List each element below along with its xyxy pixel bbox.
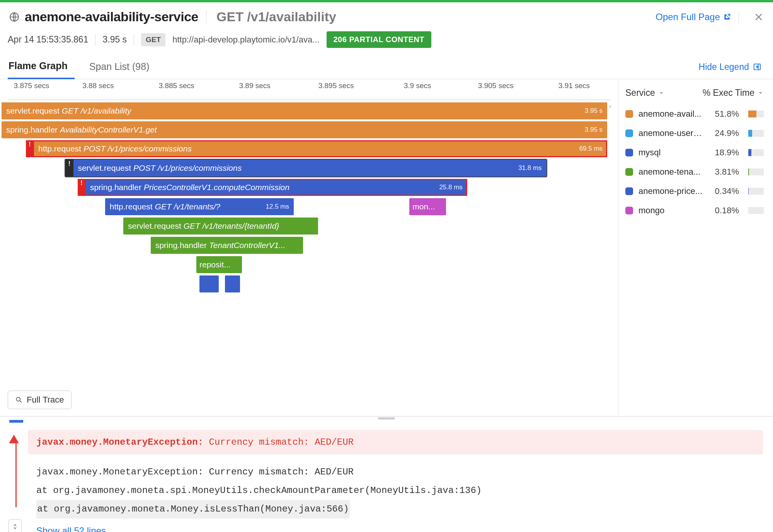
legend-panel: Service % Exec Time anemone-avail...51.8… bbox=[618, 79, 773, 415]
legend-service-name: anemone-avail... bbox=[638, 109, 704, 119]
warning-icon bbox=[9, 434, 19, 445]
flame-spans[interactable]: servlet.request GET /v1/availability 3.9… bbox=[2, 102, 610, 296]
span-bar[interactable]: http.request GET /v1/tenants/? 12.5 ms bbox=[105, 198, 294, 215]
flame-graph-panel: 3.875 secs 3.88 secs 3.885 secs 3.89 sec… bbox=[0, 79, 618, 415]
span-operation: reposit... bbox=[199, 260, 231, 269]
legend-pct: 51.8% bbox=[710, 109, 739, 119]
view-tabs: Flame Graph Span List (98) Hide Legend bbox=[0, 55, 773, 79]
axis-tick: 3.905 secs bbox=[478, 82, 514, 90]
legend-service-name: anemone-users... bbox=[638, 128, 704, 138]
span-bar[interactable]: servlet.request GET /v1/availability 3.9… bbox=[2, 102, 607, 119]
trace-body: 3.875 secs 3.88 secs 3.885 secs 3.89 sec… bbox=[0, 79, 773, 415]
separator bbox=[739, 11, 739, 23]
span-resource: POST /v1/prices/commissions bbox=[83, 144, 192, 153]
time-axis[interactable]: 3.875 secs 3.88 secs 3.885 secs 3.89 sec… bbox=[8, 79, 610, 100]
hide-legend-toggle[interactable]: Hide Legend bbox=[699, 62, 765, 72]
caret-down-icon[interactable] bbox=[758, 90, 764, 96]
span-resource: POST /v1/prices/commissions bbox=[133, 163, 242, 173]
legend-bar bbox=[748, 110, 764, 117]
span-resource: PricesControllerV1.computeCommission bbox=[144, 183, 289, 192]
legend-row[interactable]: anemone-tena...3.81% bbox=[625, 162, 764, 182]
legend-bar bbox=[748, 130, 764, 137]
legend-pct: 3.81% bbox=[710, 167, 739, 177]
legend-pct: 18.9% bbox=[710, 148, 739, 158]
collapse-panel-icon bbox=[753, 63, 761, 71]
search-icon bbox=[15, 396, 23, 404]
axis-tick: 3.895 secs bbox=[318, 82, 354, 90]
legend-service-name: anemone-tena... bbox=[638, 167, 704, 177]
span-resource: TenantControllerV1... bbox=[209, 241, 286, 250]
span-duration: 31.8 ms bbox=[514, 164, 541, 172]
legend-service-name: mysql bbox=[638, 148, 704, 158]
stack-line-highlight: at org.javamoney.moneta.Money.isLessThan… bbox=[36, 500, 350, 518]
legend-service-name: mongo bbox=[638, 206, 704, 216]
legend-swatch bbox=[625, 129, 633, 137]
timestamp: Apr 14 15:53:35.861 bbox=[8, 34, 88, 45]
tab-flame-graph[interactable]: Flame Graph bbox=[8, 55, 75, 79]
span-operation: spring.handler bbox=[155, 241, 207, 250]
resize-grip-icon bbox=[378, 417, 395, 420]
span-bar[interactable]: servlet.request GET /v1/tenants/{tenantI… bbox=[123, 218, 318, 235]
error-flag-icon: ! bbox=[78, 179, 86, 196]
legend-swatch bbox=[625, 168, 633, 176]
span-operation: mon... bbox=[412, 202, 435, 211]
separator bbox=[134, 34, 134, 46]
axis-tick: 3.875 secs bbox=[14, 82, 49, 90]
tab-span-list[interactable]: Span List (98) bbox=[89, 56, 157, 78]
span-duration: 3.95 s bbox=[581, 107, 603, 115]
trace-subheader: Apr 14 15:53:35.861 3.95 s GET http://ap… bbox=[0, 29, 773, 55]
exception-headline: javax.money.MonetaryException: Currency … bbox=[28, 430, 763, 454]
legend-swatch bbox=[625, 149, 633, 156]
span-duration: 25.8 ms bbox=[435, 184, 462, 191]
legend-bar bbox=[748, 207, 764, 214]
expand-collapse-button[interactable] bbox=[9, 519, 22, 532]
span-operation: http.request bbox=[110, 202, 153, 211]
stack-trace: javax.money.MonetaryException: Currency … bbox=[36, 463, 763, 518]
span-operation: servlet.request bbox=[6, 106, 60, 116]
trace-header: anemone-availability-service GET /v1/ava… bbox=[0, 2, 773, 29]
axis-tick: 3.885 secs bbox=[159, 82, 194, 90]
span-bar[interactable] bbox=[199, 275, 219, 292]
legend-row[interactable]: mysql18.9% bbox=[625, 143, 764, 162]
legend-bar bbox=[748, 188, 764, 195]
axis-tick: 3.9 secs bbox=[404, 82, 431, 90]
legend-row[interactable]: anemone-price...0.34% bbox=[625, 182, 764, 201]
exception-class: javax.money.MonetaryException: bbox=[36, 437, 203, 447]
legend-col-service[interactable]: Service bbox=[625, 88, 655, 98]
method-pill: GET bbox=[141, 33, 165, 46]
svg-point-2 bbox=[16, 397, 20, 401]
span-operation: spring.handler bbox=[6, 125, 58, 134]
span-bar[interactable]: spring.handler AvailabilityControllerV1.… bbox=[2, 121, 607, 138]
exception-message: Currency mismatch: AED/EUR bbox=[203, 437, 354, 447]
separator bbox=[206, 11, 206, 23]
span-resource: GET /v1/availability bbox=[62, 106, 131, 116]
span-bar[interactable]: mon... bbox=[409, 198, 446, 215]
service-title: anemone-availability-service bbox=[25, 9, 198, 24]
legend-header: Service % Exec Time bbox=[625, 85, 764, 104]
caret-down-icon[interactable] bbox=[658, 90, 664, 96]
legend-row[interactable]: anemone-avail...51.8% bbox=[625, 104, 764, 124]
span-bar-selected[interactable]: ! servlet.request POST /v1/prices/commis… bbox=[65, 160, 546, 177]
close-icon[interactable] bbox=[754, 12, 764, 22]
legend-pct: 0.18% bbox=[710, 206, 739, 216]
legend-col-exectime[interactable]: % Exec Time bbox=[703, 88, 754, 98]
span-bar[interactable] bbox=[225, 275, 240, 292]
request-url: http://api-develop.playtomic.io/v1/ava..… bbox=[172, 35, 319, 45]
show-all-lines-link[interactable]: Show all 52 lines bbox=[36, 525, 763, 532]
scroll-progress-indicator bbox=[9, 420, 23, 423]
open-full-page-link[interactable]: Open Full Page bbox=[656, 12, 731, 22]
span-duration: 69.5 ms bbox=[575, 145, 603, 153]
panel-resize-handle[interactable] bbox=[0, 416, 773, 420]
span-bar-error[interactable]: ! http.request POST /v1/prices/commissio… bbox=[26, 140, 607, 157]
legend-bar bbox=[748, 149, 764, 156]
legend-row[interactable]: mongo0.18% bbox=[625, 201, 764, 220]
legend-swatch bbox=[625, 110, 633, 118]
full-trace-button[interactable]: Full Trace bbox=[8, 391, 72, 409]
span-bar[interactable]: spring.handler TenantControllerV1... bbox=[151, 237, 303, 254]
stack-line: javax.money.MonetaryException: Currency … bbox=[36, 463, 763, 481]
span-bar-error[interactable]: ! spring.handler PricesControllerV1.comp… bbox=[78, 179, 467, 196]
span-bar[interactable]: reposit... bbox=[196, 256, 242, 273]
legend-row[interactable]: anemone-users...24.9% bbox=[625, 124, 764, 143]
open-full-page-label: Open Full Page bbox=[656, 12, 720, 22]
axis-tick: 3.91 secs bbox=[558, 82, 590, 90]
